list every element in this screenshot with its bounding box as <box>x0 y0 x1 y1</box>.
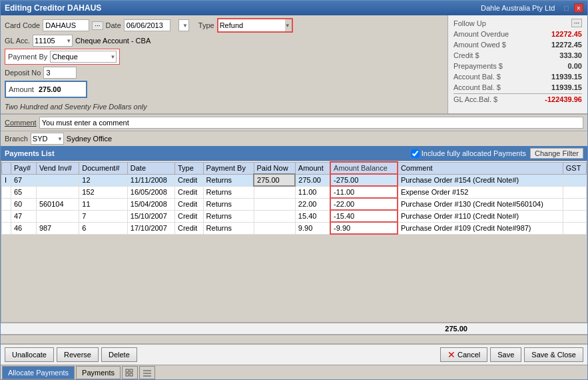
svg-rect-0 <box>126 369 129 372</box>
cell-vend-inv <box>36 186 79 198</box>
cell-paid-now: 275.00 <box>254 174 295 186</box>
col-amount: Amount <box>295 162 330 174</box>
comment-input[interactable] <box>39 117 583 129</box>
top-section: Card Code ··· Date Type Refund ▼ <box>1 15 587 114</box>
svg-rect-4 <box>143 370 151 371</box>
table-row[interactable]: 47715/10/2007CreditReturns15.40-15.40Pur… <box>2 210 587 222</box>
date-dropdown-wrapper <box>178 19 189 31</box>
svg-rect-1 <box>130 369 133 372</box>
cell-amount-balance: -275.00 <box>330 174 398 186</box>
close-button[interactable]: × <box>574 3 583 13</box>
gl-acc-bal-value: -122439.96 <box>545 95 582 103</box>
cell-type: Credit <box>174 210 203 222</box>
bottom-tabs: Allocate Payments Payments <box>1 365 587 379</box>
gl-acc-label: GL Acc. <box>5 37 30 45</box>
col-type: Type <box>174 162 203 174</box>
account-bal-value: 11939.15 <box>551 73 582 81</box>
col-date: Date <box>127 162 174 174</box>
cell-marker <box>2 198 11 210</box>
cell-marker: I <box>2 174 11 186</box>
table-row[interactable]: 605601041115/04/2008CreditReturns22.00-2… <box>2 198 587 210</box>
type-select[interactable]: Refund <box>218 19 285 31</box>
branch-select-wrapper: SYD <box>31 133 64 145</box>
account-bal-row: Account Bal. $ 11939.15 <box>453 72 582 81</box>
table-row[interactable]: 46987617/10/2007CreditReturns9.90-9.90Pu… <box>2 222 587 234</box>
follow-up-row: Follow Up ··· <box>453 18 582 28</box>
tab-icon-list[interactable] <box>139 366 155 379</box>
table-row[interactable]: I671211/11/2008CreditReturns275.00275.00… <box>2 174 587 186</box>
list-icon <box>143 369 152 377</box>
date-input[interactable] <box>124 19 170 31</box>
cell-gst <box>563 222 586 234</box>
date-dropdown[interactable] <box>178 19 189 31</box>
cell-doc-num: 11 <box>79 198 128 210</box>
cell-comment: Purchase Order #130 (Credit Note#560104) <box>398 198 563 210</box>
cell-doc-num: 6 <box>79 222 128 234</box>
bottom-buttons: Unallocate Reverse Delete ✕ Cancel Save … <box>1 344 587 365</box>
col-gst: GST <box>563 162 586 174</box>
include-fully-allocated-label: Include fully allocated Payments <box>411 149 526 158</box>
prepayments-value: 0.00 <box>568 62 582 70</box>
cell-amount: 11.00 <box>295 186 330 198</box>
save-button[interactable]: Save <box>490 347 521 362</box>
col-vend-inv: Vend Inv# <box>36 162 79 174</box>
horizontal-scrollbar[interactable] <box>1 335 587 344</box>
grid-icon <box>125 369 135 377</box>
cell-vend-inv: 560104 <box>36 198 79 210</box>
form-left: Card Code ··· Date Type Refund ▼ <box>1 15 447 113</box>
date-label: Date <box>106 21 121 29</box>
tab-icon-grid[interactable] <box>122 366 138 379</box>
credit-row: Credit $ 333.30 <box>453 51 582 60</box>
right-panel: Follow Up ··· Amount Overdue 12272.45 Am… <box>447 15 587 113</box>
cancel-label: Cancel <box>457 351 480 359</box>
change-filter-button[interactable]: Change Filter <box>530 148 583 159</box>
cell-payment-by: Returns <box>203 186 254 198</box>
cell-comment: Purchase Order #110 (Credit Note#) <box>398 210 563 222</box>
save-close-button[interactable]: Save & Close <box>524 347 583 362</box>
payment-by-select[interactable]: Cheque <box>50 51 117 63</box>
svg-rect-5 <box>143 373 151 374</box>
branch-row: Branch SYD Sydney Office <box>1 131 587 146</box>
cell-payment-by: Returns <box>203 198 254 210</box>
cell-paid-now <box>254 210 295 222</box>
unallocate-button[interactable]: Unallocate <box>5 347 54 362</box>
cell-amount: 22.00 <box>295 198 330 210</box>
card-code-more-btn[interactable]: ··· <box>92 21 103 30</box>
include-fully-allocated-text: Include fully allocated Payments <box>422 149 526 157</box>
cell-type: Credit <box>174 186 203 198</box>
gl-acc-row: GL Acc. 11105 Cheque Account - CBA <box>5 35 443 47</box>
svg-rect-3 <box>130 373 133 376</box>
cell-doc-num: 152 <box>79 186 128 198</box>
payments-list-title: Payments List <box>5 149 55 157</box>
card-code-input[interactable] <box>43 19 89 31</box>
cell-pay-num: 60 <box>11 198 37 210</box>
tab-payments-label: Payments <box>82 369 115 377</box>
table-row[interactable]: 6515216/05/2008CreditReturns11.00-11.00E… <box>2 186 587 198</box>
tab-allocate-payments[interactable]: Allocate Payments <box>2 366 75 379</box>
deposit-input[interactable] <box>43 67 77 79</box>
branch-select[interactable]: SYD <box>31 133 64 145</box>
window-title: Editing Creditor DAHAUS <box>5 3 101 13</box>
gl-acc-select[interactable]: 11105 <box>33 35 73 47</box>
tab-allocate-label: Allocate Payments <box>8 369 69 377</box>
delete-button[interactable]: Delete <box>101 347 137 362</box>
cell-amount-balance: -9.90 <box>330 222 398 234</box>
account-bal2-row: Account Bal. $ 11939.15 <box>453 83 582 92</box>
cell-date: 15/10/2007 <box>127 210 174 222</box>
cell-paid-now <box>254 198 295 210</box>
reverse-button[interactable]: Reverse <box>57 347 99 362</box>
include-fully-allocated-checkbox[interactable] <box>411 149 420 158</box>
amount-words: Two Hundred and Seventy Five Dollars onl… <box>5 103 443 111</box>
cell-gst <box>563 198 586 210</box>
credit-value: 333.30 <box>559 51 582 59</box>
amount-input[interactable] <box>37 83 83 95</box>
follow-up-btn[interactable]: ··· <box>571 19 582 27</box>
tab-payments[interactable]: Payments <box>76 366 121 379</box>
cancel-icon: ✕ <box>447 349 455 360</box>
cell-doc-num: 12 <box>79 174 128 186</box>
cell-amount-balance: -22.00 <box>330 198 398 210</box>
cancel-button[interactable]: ✕ Cancel <box>440 347 487 362</box>
account-bal-label: Account Bal. $ <box>453 73 501 81</box>
cell-pay-num: 46 <box>11 222 37 234</box>
cell-marker <box>2 222 11 234</box>
